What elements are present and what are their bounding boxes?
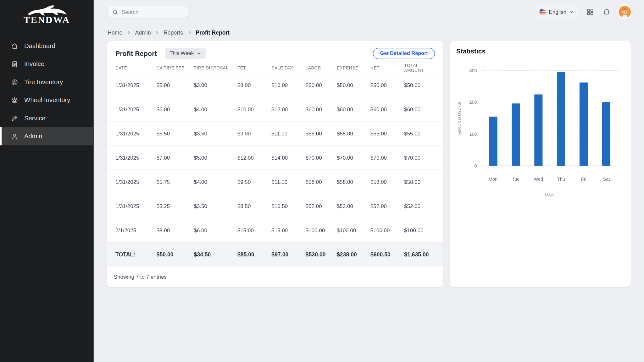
table-row: 1/31/2025$6.00$4.00$10.00$12.00$60.00$60… bbox=[107, 97, 443, 122]
x-tick-label: Tue bbox=[504, 177, 527, 182]
bar-thu[interactable] bbox=[557, 72, 565, 166]
table-cell: 1/31/2025 bbox=[115, 130, 157, 137]
table-cell: $5.25 bbox=[157, 203, 194, 209]
table-cell: $100.00 bbox=[404, 227, 435, 233]
search-input[interactable] bbox=[122, 9, 184, 15]
breadcrumb-reports[interactable]: Reports bbox=[164, 29, 183, 36]
table-row: 1/31/2025$5.50$3.50$9.00$11.00$55.00$55.… bbox=[107, 122, 443, 146]
admin-icon bbox=[11, 132, 19, 140]
sidebar-item-wheel-inventory[interactable]: Wheel Inventory bbox=[0, 91, 94, 109]
table-cell: $70.00 bbox=[404, 155, 435, 161]
breadcrumb-home[interactable]: Home bbox=[108, 29, 122, 36]
table-cell: $11.50 bbox=[271, 179, 305, 185]
bar-slot bbox=[595, 71, 618, 166]
total-cell: $1,635.00 bbox=[404, 251, 435, 258]
table-cell: $4.00 bbox=[194, 179, 237, 185]
total-cell: $50.00 bbox=[157, 251, 194, 258]
bar-tue[interactable] bbox=[512, 103, 520, 166]
table-cell: $55.00 bbox=[337, 130, 370, 137]
language-label: English bbox=[549, 9, 566, 15]
column-header: TOTAL AMOUNT bbox=[404, 63, 435, 72]
table-cell: $14.00 bbox=[271, 155, 305, 161]
chart-main: MonTueWedThuFriSat Days bbox=[482, 71, 618, 197]
bar-mon[interactable] bbox=[489, 117, 497, 166]
wheel-icon bbox=[11, 96, 19, 104]
total-cell: $238.00 bbox=[337, 251, 370, 258]
notifications-button[interactable] bbox=[602, 8, 611, 17]
get-detailed-report-button[interactable]: Get Detailed Report bbox=[373, 48, 435, 59]
bar-slot bbox=[572, 71, 595, 166]
table-body: 1/31/2025$5.00$3.00$8.00$10.00$50.00$50.… bbox=[107, 73, 443, 242]
table-footer: Showing 7 to 7 entries bbox=[107, 266, 443, 288]
date-range-dropdown[interactable]: This Week bbox=[165, 48, 206, 59]
avatar-icon bbox=[619, 6, 631, 18]
table-cell: $11.00 bbox=[271, 130, 305, 137]
user-avatar[interactable] bbox=[619, 6, 631, 18]
table-cell: $60.00 bbox=[306, 106, 337, 112]
table-row: 1/31/2025$7.00$5.00$12.00$14.00$70.00$70… bbox=[107, 146, 443, 170]
table-cell: $58.00 bbox=[370, 179, 404, 185]
table-cell: $3.00 bbox=[194, 82, 237, 88]
search-box[interactable] bbox=[108, 6, 188, 18]
brand-logo[interactable]: TENDWA bbox=[0, 0, 94, 28]
table-cell: $5.75 bbox=[157, 179, 194, 185]
table-cell: $70.00 bbox=[337, 155, 370, 161]
table-cell: $52.00 bbox=[337, 203, 370, 209]
search-icon bbox=[112, 9, 119, 15]
x-tick-label: Thu bbox=[550, 177, 572, 182]
content: Profit Report This Week Get Detailed Rep… bbox=[94, 41, 644, 288]
breadcrumb: Home Admin Reports Profit Report bbox=[94, 24, 644, 41]
sidebar-item-tire-inventory[interactable]: Tire Inventory bbox=[0, 73, 94, 91]
table-cell: $15.00 bbox=[271, 227, 305, 233]
chevron-right-icon bbox=[187, 30, 192, 35]
x-tick-label: Mon bbox=[482, 177, 504, 182]
language-selector[interactable]: English bbox=[535, 6, 578, 18]
chevron-right-icon bbox=[155, 30, 159, 35]
table-cell: $6.00 bbox=[157, 106, 194, 112]
table-row: 2/1/2025$8.00$6.00$15.00$15.00$100.00$10… bbox=[107, 218, 443, 243]
table-cell: $8.50 bbox=[237, 203, 271, 209]
sidebar-item-admin[interactable]: Admin bbox=[0, 127, 94, 145]
table-cell: 2/1/2025 bbox=[115, 227, 157, 233]
table-cell: $55.00 bbox=[404, 130, 435, 137]
table-cell: 1/31/2025 bbox=[115, 179, 157, 185]
table-cell: $12.00 bbox=[237, 155, 271, 161]
table-cell: $58.00 bbox=[306, 179, 337, 185]
table-cell: 1/31/2025 bbox=[115, 203, 157, 209]
entries-count-text: Showing 7 to 7 entries bbox=[114, 274, 167, 280]
column-header: CA TIRE FEE bbox=[157, 65, 194, 70]
table-cell: $100.00 bbox=[306, 227, 337, 233]
column-header: FET bbox=[237, 65, 271, 70]
sidebar-item-dashboard[interactable]: Dashboard bbox=[0, 37, 94, 55]
table-row: 1/31/2025$5.00$3.00$8.00$10.00$50.00$50.… bbox=[107, 73, 443, 97]
sidebar-item-label: Dashboard bbox=[24, 42, 55, 50]
sidebar-item-label: Invoice bbox=[24, 60, 44, 68]
y-tick-label: 300 bbox=[469, 68, 477, 73]
total-cell: $34.50 bbox=[194, 251, 237, 258]
y-tick-label: 200 bbox=[469, 100, 477, 105]
table-cell: $8.00 bbox=[237, 82, 271, 88]
bar-wed[interactable] bbox=[534, 94, 542, 166]
apps-grid-button[interactable] bbox=[586, 8, 595, 17]
grid-icon bbox=[586, 8, 594, 16]
total-cell: $600.50 bbox=[370, 251, 404, 258]
sidebar-item-service[interactable]: Service bbox=[0, 109, 94, 127]
topbar-actions: English bbox=[535, 6, 631, 18]
x-tick-label: Fri bbox=[572, 177, 595, 182]
y-tick-label: 100 bbox=[469, 132, 477, 137]
table-cell: $50.00 bbox=[370, 82, 404, 88]
sidebar-item-invoice[interactable]: Invoice bbox=[0, 55, 94, 73]
table-cell: $3.50 bbox=[194, 203, 237, 209]
column-header: EXPENSE bbox=[337, 65, 370, 70]
breadcrumb-admin[interactable]: Admin bbox=[135, 29, 151, 36]
table-cell: $58.00 bbox=[337, 179, 370, 185]
sidebar-item-label: Service bbox=[24, 114, 46, 122]
table-cell: $9.50 bbox=[237, 179, 271, 185]
chart-y-axis-title: Amount in USD ($) bbox=[456, 71, 462, 166]
bar-sat[interactable] bbox=[602, 102, 610, 166]
table-cell: $10.00 bbox=[271, 82, 305, 88]
sidebar: TENDWA Dashboard Invoice Tire Inventory … bbox=[0, 0, 94, 362]
bar-fri[interactable] bbox=[580, 83, 588, 166]
table-cell: $58.00 bbox=[404, 179, 435, 185]
column-header: TIRE DISPOSAL bbox=[194, 65, 237, 70]
